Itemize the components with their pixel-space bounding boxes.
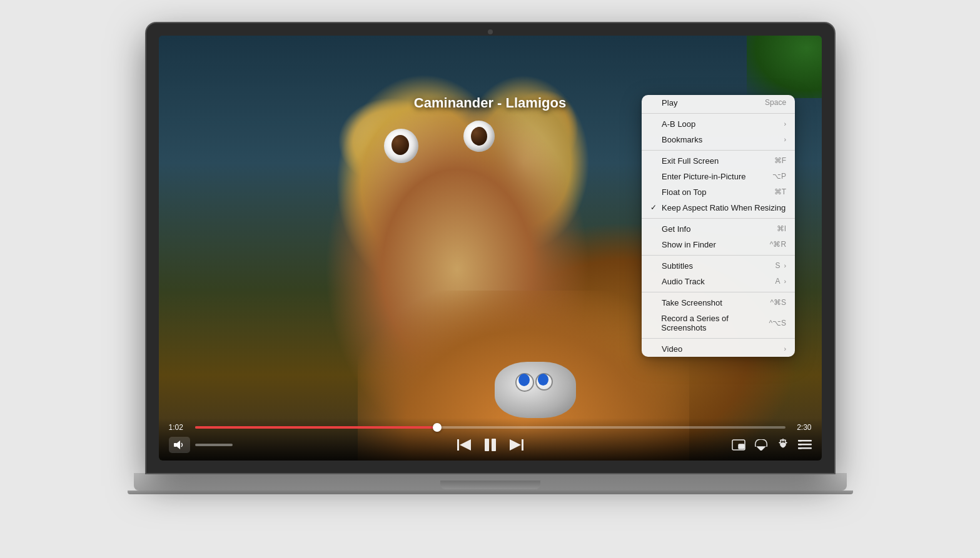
svg-rect-6 — [522, 439, 523, 451]
pause-icon — [483, 438, 497, 452]
menu-play-label: Play — [662, 98, 677, 107]
pupil-left — [391, 135, 409, 155]
volume-icon — [174, 441, 185, 449]
arrow-bookmarks: › — [784, 136, 786, 143]
svg-rect-17 — [798, 447, 802, 449]
menu-record-label: Record a Series of Screenshots — [661, 314, 769, 332]
shortcut-float: ⌘T — [774, 187, 786, 196]
chapters-button[interactable] — [798, 439, 812, 451]
menu-screenshot-label: Take Screenshot — [662, 298, 722, 307]
shortcut-record: ^⌥S — [769, 319, 786, 327]
menu-item-play[interactable]: Play Space — [642, 95, 795, 111]
pupil-right — [471, 127, 487, 146]
separator-3 — [642, 218, 795, 219]
airplay-button[interactable] — [754, 439, 768, 451]
menu-item-finder[interactable]: Show in Finder ^⌘R — [642, 237, 795, 252]
next-icon — [510, 439, 523, 451]
shortcut-finder: ^⌘R — [770, 240, 786, 249]
menu-finder-label: Show in Finder — [662, 240, 716, 249]
screen-bezel: Caminander - Llamigos Play Space A-B L — [146, 23, 834, 473]
arrow-video: › — [784, 345, 786, 352]
controls-center — [457, 438, 523, 452]
airplay-icon — [754, 439, 768, 451]
shortcut-subs: S — [775, 261, 780, 270]
svg-marker-10 — [757, 447, 765, 451]
laptop-container: Caminander - Llamigos Play Space A-B L — [115, 23, 866, 536]
menu-item-screenshot[interactable]: Take Screenshot ^⌘S — [642, 295, 795, 311]
svg-rect-15 — [798, 440, 802, 442]
screen: Caminander - Llamigos Play Space A-B L — [159, 36, 822, 461]
menu-item-float[interactable]: Float on Top ⌘T — [642, 184, 795, 200]
svg-rect-9 — [739, 444, 744, 449]
separator-2 — [642, 150, 795, 151]
menu-item-subtitles[interactable]: Subtitles S › — [642, 258, 795, 274]
small-animal — [495, 362, 576, 418]
settings-icon — [777, 439, 789, 451]
svg-rect-0 — [174, 443, 177, 447]
menu-float-label: Float on Top — [662, 187, 706, 197]
menu-item-bookmarks[interactable]: Bookmarks › — [642, 132, 795, 147]
menu-item-aspect[interactable]: ✓ Keep Aspect Ratio When Resizing — [642, 200, 795, 216]
arrow-audio: › — [784, 277, 786, 285]
video-title: Caminander - Llamigos — [414, 95, 566, 111]
svg-marker-3 — [460, 439, 471, 451]
menu-pip-label: Enter Picture-in-Picture — [662, 172, 745, 181]
pause-button[interactable] — [483, 438, 497, 452]
laptop-feet — [128, 491, 853, 494]
progress-bar[interactable] — [195, 426, 786, 429]
settings-button[interactable] — [777, 439, 789, 451]
shortcut-info: ⌘I — [777, 224, 786, 233]
menu-aspect-label: Keep Aspect Ratio When Resizing — [662, 203, 786, 212]
menu-item-get-info[interactable]: Get Info ⌘I — [642, 221, 795, 237]
separator-1 — [642, 113, 795, 114]
controls-left — [169, 437, 233, 453]
controls-right — [732, 439, 812, 451]
laptop-notch — [440, 481, 540, 489]
separator-6 — [642, 338, 795, 339]
menu-item-pip[interactable]: Enter Picture-in-Picture ⌥P — [642, 169, 795, 184]
menu-exit-fs-label: Exit Full Screen — [662, 156, 719, 166]
separator-4 — [642, 255, 795, 256]
controls-bar: 1:02 2:30 — [159, 418, 822, 461]
context-menu: Play Space A-B Loop › B — [642, 95, 795, 357]
menu-bookmarks-label: Bookmarks — [662, 135, 702, 144]
shortcut-screenshot: ^⌘S — [770, 298, 786, 307]
pip-button[interactable] — [732, 439, 745, 451]
svg-marker-1 — [177, 441, 180, 449]
top-right-foliage — [747, 36, 822, 98]
progress-fill — [195, 426, 437, 429]
svg-rect-2 — [457, 439, 459, 451]
chapters-icon — [798, 439, 812, 451]
laptop-base — [134, 473, 847, 491]
svg-marker-7 — [510, 439, 521, 451]
volume-button[interactable] — [169, 437, 190, 453]
menu-item-exit-fullscreen[interactable]: Exit Full Screen ⌘F — [642, 153, 795, 169]
shortcut-audio: A — [775, 277, 780, 286]
check-aspect: ✓ — [650, 203, 659, 212]
svg-rect-4 — [485, 439, 489, 451]
total-time: 2:30 — [792, 423, 812, 432]
arrow-ab: › — [784, 120, 786, 127]
volume-slider[interactable] — [195, 444, 233, 446]
menu-audio-label: Audio Track — [662, 277, 705, 286]
svg-rect-5 — [492, 439, 496, 451]
svg-rect-16 — [798, 444, 802, 446]
camera — [488, 29, 493, 34]
eye-right — [463, 121, 495, 152]
menu-item-video[interactable]: Video › — [642, 341, 795, 357]
eye-left — [384, 129, 418, 163]
menu-item-audio[interactable]: Audio Track A › — [642, 274, 795, 289]
menu-item-ab-loop[interactable]: A-B Loop › — [642, 116, 795, 132]
prev-icon — [457, 439, 471, 451]
arrow-subs: › — [784, 262, 786, 269]
prev-button[interactable] — [457, 439, 471, 451]
progress-container: 1:02 2:30 — [169, 423, 812, 432]
menu-play-shortcut: Space — [765, 98, 786, 107]
menu-video-label: Video — [662, 344, 682, 354]
menu-item-record-screenshots[interactable]: Record a Series of Screenshots ^⌥S — [642, 311, 795, 336]
svg-point-11 — [782, 444, 784, 446]
current-time: 1:02 — [169, 423, 189, 432]
menu-ab-label: A-B Loop — [662, 119, 695, 129]
next-button[interactable] — [510, 439, 523, 451]
pip-icon — [732, 439, 745, 451]
